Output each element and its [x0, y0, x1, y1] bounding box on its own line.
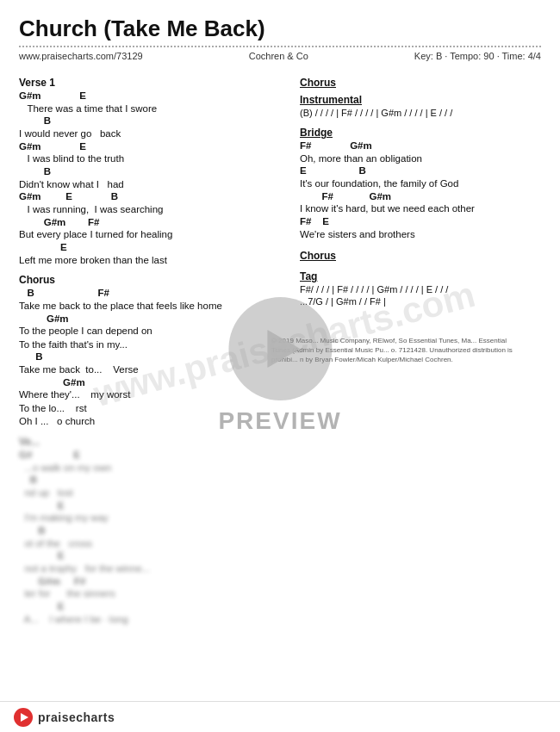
chord: E: [19, 242, 286, 254]
chord: E: [19, 500, 286, 512]
verse2-label: Ve...: [19, 436, 286, 448]
divider: [19, 46, 541, 47]
logo-text: praisecharts: [38, 710, 115, 724]
lyric: I'm making my way: [19, 512, 286, 525]
bridge-block: F# G#m Oh, more than an obligation E B I…: [300, 140, 541, 241]
meta-row: www.praisecharts.com/73129 Cochren & Co …: [19, 51, 541, 61]
page: Church (Take Me Back) www.praisecharts.c…: [0, 0, 560, 732]
lyric: ...o walk on my own: [19, 462, 286, 475]
instrumental-label: Instrumental: [300, 94, 541, 106]
chord: F# G#m: [300, 140, 541, 152]
lyric: I would never go back: [19, 127, 286, 141]
right-column: Chorus Instrumental (B) / / / / | F# / /…: [300, 70, 541, 630]
lyric: ter for the sinners: [19, 587, 286, 601]
logo-play-icon: [21, 713, 28, 722]
chorus1-label: Chorus: [19, 274, 286, 286]
chord: B F#: [19, 288, 286, 300]
lyric: There was a time that I swore: [19, 102, 286, 116]
verse2-blurred: Ve... G# E ...o walk on my own B nd up l…: [19, 436, 286, 626]
lyric: It's our foundation, the family of God: [300, 177, 541, 191]
lyric: Oh, more than an obligation: [300, 152, 541, 166]
song-title: Church (Take Me Back): [19, 16, 541, 42]
chord: B: [19, 475, 286, 487]
verse1-block: G#m E There was a time that I swore B I …: [19, 90, 286, 267]
bottom-bar: praisecharts: [0, 701, 560, 732]
lyric: I was running, I was searching: [19, 203, 286, 217]
verse2-block: G# E ...o walk on my own B nd up lost E …: [19, 450, 286, 626]
verse1-label: Verse 1: [19, 77, 286, 89]
lyric: nd up lost: [19, 487, 286, 500]
chord: E B: [300, 165, 541, 177]
chord: G# E: [19, 450, 286, 462]
copyright-text: © 2019 Maso... Music Company, RElwof, So…: [271, 337, 513, 363]
chord: E: [19, 550, 286, 562]
instrumental-line: (B) / / / / | F# / / / / | G#m / / / / |…: [300, 108, 541, 118]
chord: G#m F#: [19, 576, 286, 588]
chord: F# E: [300, 216, 541, 228]
lyric: Left me more broken than the last: [19, 254, 286, 268]
key-info: Key: B · Tempo: 90 · Time: 4/4: [414, 51, 541, 61]
artist: Cochren & Co: [249, 51, 308, 61]
lyric: not a trophy for the winne...: [19, 562, 286, 576]
chord: B: [19, 525, 286, 537]
chord: G#m E: [19, 90, 286, 102]
url: www.praisecharts.com/73129: [19, 51, 143, 61]
logo-icon: [14, 708, 33, 727]
chord: E: [19, 601, 286, 613]
bridge-label: Bridge: [300, 127, 541, 139]
chord: B: [19, 166, 286, 178]
lyric: We're sisters and brothers: [300, 228, 541, 242]
lyric: I know it's hard, but we need each other: [300, 202, 541, 216]
chord: B: [19, 115, 286, 127]
lyric: I was blind to the truth: [19, 152, 286, 166]
chord: F# G#m: [300, 191, 541, 203]
lyric: Didn't know what I had: [19, 178, 286, 192]
chord: G#m F#: [19, 217, 286, 229]
chord: G#m E B: [19, 191, 286, 203]
lyric: A... l where I be · long: [19, 613, 286, 627]
chord: G#m E: [19, 141, 286, 153]
lyric: ot of the cross: [19, 537, 286, 551]
copyright-block: © 2019 Maso... Music Company, RElwof, So…: [271, 336, 513, 365]
lyric: But every place I turned for healing: [19, 228, 286, 242]
right-chorus-label: Chorus: [300, 77, 541, 89]
